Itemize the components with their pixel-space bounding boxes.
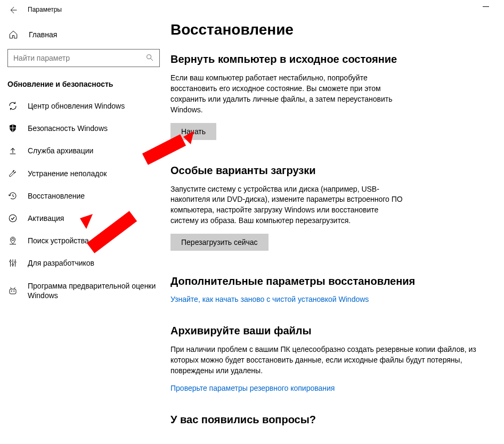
insider-icon	[7, 286, 18, 295]
sidebar-item-find-device[interactable]: Поиск устройства	[0, 229, 170, 252]
wrench-icon	[7, 169, 18, 178]
sidebar-item-windows-security[interactable]: Безопасность Windows	[0, 117, 170, 139]
minimize-button[interactable]	[483, 6, 489, 7]
section-more-recovery: Дополнительные параметры восстановления …	[170, 275, 504, 303]
svg-point-4	[10, 261, 11, 262]
sidebar-item-label: Для разработчиков	[28, 258, 94, 268]
sidebar-item-backup[interactable]: Служба архивации	[0, 139, 170, 162]
svg-point-0	[147, 54, 151, 59]
section-body: Если ваш компьютер работает нестабильно,…	[170, 73, 405, 116]
check-circle-icon	[7, 213, 18, 223]
sidebar-group-header: Обновление и безопасность	[0, 75, 170, 95]
sidebar-item-home[interactable]: Главная	[0, 26, 170, 44]
home-icon	[9, 30, 19, 39]
svg-rect-7	[10, 289, 16, 294]
section-body: При наличии проблем с вашим ПК целесообр…	[170, 344, 490, 376]
sidebar-item-activation[interactable]: Активация	[0, 207, 170, 229]
window-title: Параметры	[28, 6, 62, 13]
page-title: Восстановление	[170, 21, 504, 38]
svg-point-9	[13, 290, 14, 291]
section-heading: Дополнительные параметры восстановления	[170, 275, 504, 287]
location-icon	[7, 236, 18, 245]
history-icon	[7, 191, 18, 201]
svg-point-5	[12, 264, 14, 266]
section-heading: У вас появились вопросы?	[170, 414, 504, 426]
sidebar-item-windows-update[interactable]: Центр обновления Windows	[0, 95, 170, 117]
sidebar: Главная Обновление и безопасность Центр …	[0, 19, 170, 444]
sidebar-item-label: Поиск устройства	[28, 236, 89, 245]
upload-icon	[7, 146, 18, 155]
section-heading: Архивируйте ваши файлы	[170, 325, 504, 337]
search-input[interactable]	[13, 54, 141, 62]
backup-settings-link[interactable]: Проверьте параметры резервного копирован…	[170, 384, 335, 392]
search-box[interactable]	[7, 49, 160, 67]
sync-icon	[7, 101, 18, 111]
svg-point-6	[14, 261, 16, 263]
content-area: Восстановление Вернуть компьютер в исход…	[170, 19, 504, 444]
sliders-icon	[7, 258, 18, 268]
section-advanced-startup: Особые варианты загрузки Запустите систе…	[170, 165, 504, 254]
section-reset: Вернуть компьютер в исходное состояние Е…	[170, 53, 504, 143]
sidebar-item-label: Устранение неполадок	[28, 169, 107, 178]
search-icon	[145, 53, 154, 63]
sidebar-item-insider-program[interactable]: Программа предварительной оценки Windows	[0, 275, 170, 307]
fresh-start-link[interactable]: Узнайте, как начать заново с чистой уста…	[170, 295, 369, 303]
sidebar-item-label: Восстановление	[28, 191, 85, 201]
svg-point-8	[11, 290, 12, 291]
restart-now-button[interactable]: Перезагрузить сейчас	[170, 234, 269, 251]
shield-icon	[7, 124, 18, 133]
svg-point-3	[12, 239, 14, 241]
section-body: Запустите систему с устройства или диска…	[170, 184, 405, 227]
back-arrow-icon	[8, 5, 18, 15]
reset-start-button[interactable]: Начать	[170, 123, 216, 140]
section-heading: Вернуть компьютер в исходное состояние	[170, 53, 504, 65]
sidebar-item-label: Центр обновления Windows	[28, 101, 125, 111]
sidebar-item-recovery[interactable]: Восстановление	[0, 185, 170, 207]
sidebar-item-troubleshoot[interactable]: Устранение неполадок	[0, 162, 170, 185]
sidebar-item-developers[interactable]: Для разработчиков	[0, 252, 170, 274]
svg-line-1	[151, 59, 153, 61]
sidebar-item-label: Главная	[29, 30, 57, 39]
section-heading: Особые варианты загрузки	[170, 165, 504, 177]
sidebar-item-label: Активация	[28, 213, 64, 223]
titlebar: Параметры	[0, 0, 504, 19]
sidebar-item-label: Служба архивации	[28, 146, 93, 155]
svg-point-2	[9, 215, 17, 222]
sidebar-item-label: Безопасность Windows	[28, 124, 108, 133]
section-backup-files: Архивируйте ваши файлы При наличии пробл…	[170, 325, 504, 392]
sidebar-item-label: Программа предварительной оценки Windows	[28, 281, 163, 300]
back-button[interactable]	[6, 4, 19, 17]
section-have-question: У вас появились вопросы?	[170, 414, 504, 426]
